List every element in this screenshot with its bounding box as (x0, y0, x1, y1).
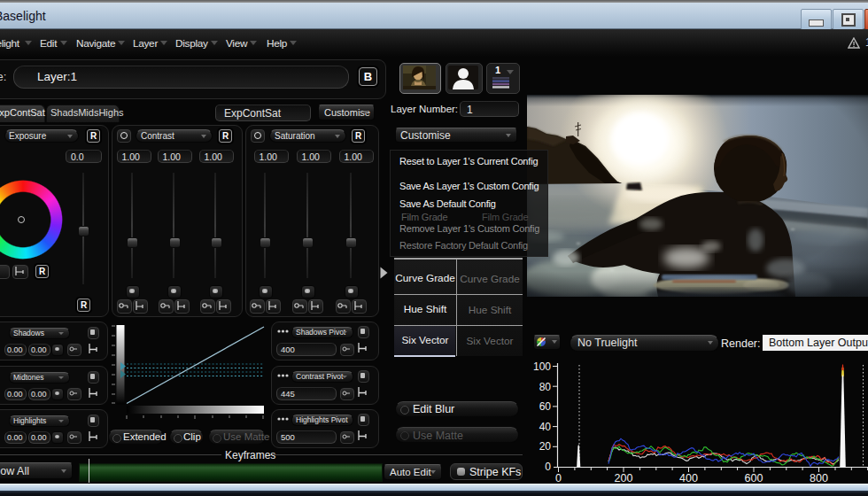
svg-text:0: 0 (555, 472, 562, 484)
svg-text:80: 80 (539, 381, 552, 393)
svg-text:400: 400 (679, 472, 698, 484)
svg-text:200: 200 (615, 472, 633, 484)
svg-text:800: 800 (810, 472, 828, 484)
svg-text:60: 60 (539, 400, 552, 413)
svg-text:20: 20 (539, 440, 552, 453)
svg-text:40: 40 (539, 421, 552, 433)
svg-text:0: 0 (545, 461, 551, 473)
svg-text:600: 600 (745, 472, 763, 484)
svg-text:100: 100 (533, 360, 551, 373)
